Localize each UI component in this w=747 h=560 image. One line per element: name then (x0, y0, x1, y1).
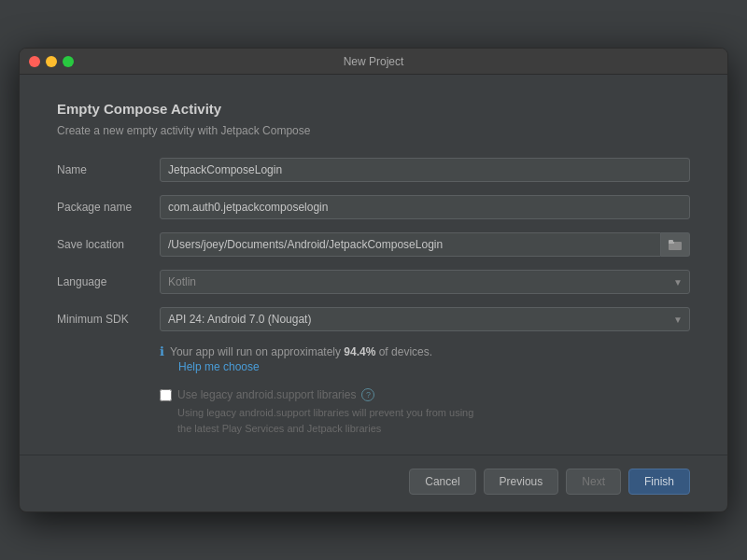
titlebar: New Project (20, 49, 727, 75)
legacy-help-icon[interactable]: ? (361, 388, 374, 401)
min-sdk-select-wrapper: API 24: Android 7.0 (Nougat) API 21: And… (160, 307, 690, 331)
svg-rect-2 (669, 240, 673, 243)
save-label: Save location (57, 238, 160, 251)
name-row: Name (57, 158, 690, 182)
min-sdk-select[interactable]: API 24: Android 7.0 (Nougat) API 21: And… (160, 307, 690, 331)
previous-button[interactable]: Previous (484, 469, 559, 495)
package-input[interactable] (160, 195, 690, 219)
sdk-coverage-line: ℹ Your app will run on approximately 94.… (160, 344, 432, 358)
legacy-label: Use legacy android.support libraries (177, 388, 356, 401)
legacy-description: Using legacy android.support libraries w… (177, 405, 690, 436)
language-select[interactable]: Kotlin Java (160, 270, 690, 294)
minimize-button[interactable] (46, 56, 57, 67)
save-location-row: Save location (57, 232, 690, 257)
language-label: Language (57, 275, 160, 288)
cancel-button[interactable]: Cancel (409, 469, 475, 495)
legacy-checkbox-row: Use legacy android.support libraries ? (160, 388, 690, 401)
legacy-section: Use legacy android.support libraries ? U… (160, 388, 690, 436)
maximize-button[interactable] (63, 56, 74, 67)
new-project-window: New Project Empty Compose Activity Creat… (19, 48, 728, 512)
close-button[interactable] (29, 56, 40, 67)
info-icon: ℹ (160, 344, 164, 358)
finish-button[interactable]: Finish (628, 469, 690, 495)
sdk-coverage-text: Your app will run on approximately 94.4%… (170, 345, 432, 358)
form-area: Name Package name Save location (57, 158, 690, 436)
legacy-checkbox[interactable] (160, 389, 172, 401)
save-location-field (160, 232, 690, 257)
activity-title: Empty Compose Activity (57, 101, 690, 117)
save-location-input[interactable] (160, 232, 661, 257)
name-input[interactable] (160, 158, 690, 182)
min-sdk-row: Minimum SDK API 24: Android 7.0 (Nougat)… (57, 307, 690, 331)
next-button[interactable]: Next (566, 469, 621, 495)
name-label: Name (57, 163, 160, 176)
package-label: Package name (57, 201, 160, 214)
language-row: Language Kotlin Java ▼ (57, 270, 690, 294)
min-sdk-label: Minimum SDK (57, 313, 160, 326)
help-me-choose-link[interactable]: Help me choose (178, 360, 260, 373)
window-controls (29, 56, 74, 67)
language-select-wrapper: Kotlin Java ▼ (160, 270, 690, 294)
window-title: New Project (344, 55, 404, 68)
package-row: Package name (57, 195, 690, 219)
main-content: Empty Compose Activity Create a new empt… (20, 75, 727, 455)
footer: Cancel Previous Next Finish (20, 455, 727, 511)
activity-subtitle: Create a new empty activity with Jetpack… (57, 124, 690, 137)
sdk-info: ℹ Your app will run on approximately 94.… (160, 344, 690, 373)
browse-folder-button[interactable] (661, 232, 690, 257)
